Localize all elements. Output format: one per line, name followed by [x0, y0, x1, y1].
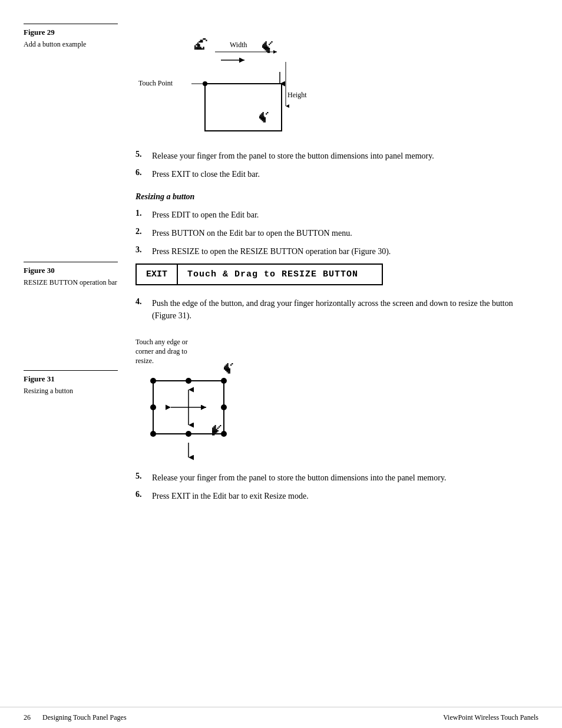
- svg-rect-32: [270, 42, 271, 44]
- svg-rect-78: [212, 434, 214, 435]
- svg-rect-39: [259, 117, 266, 118]
- resize-step-3-text: Press RESIZE to open the RESIZE BUTTON o…: [152, 245, 391, 258]
- svg-rect-9: [196, 44, 197, 45]
- svg-rect-75: [212, 430, 219, 431]
- svg-rect-73: [212, 427, 216, 429]
- step-5-after-text: Release your finger from the panel to st…: [152, 472, 446, 484]
- svg-rect-65: [224, 368, 230, 370]
- page-number: 26: [24, 713, 31, 722]
- step-5-after-num: 5.: [135, 472, 152, 481]
- resize-step-3: 3. Press RESIZE to open the RESIZE BUTTO…: [135, 245, 533, 258]
- figure29-label: Figure 29: [24, 24, 118, 37]
- figure31-label: Figure 31: [24, 370, 118, 384]
- resize-step-4: 4. Push the edge of the button, and drag…: [135, 297, 533, 322]
- resize-step-1: 1. Press EDIT to open the Edit bar.: [135, 209, 533, 221]
- figure29-block: Figure 29 Add a button example: [24, 24, 118, 50]
- svg-rect-79: [217, 427, 219, 429]
- svg-rect-16: [197, 44, 200, 47]
- figure31-desc: Resizing a button: [24, 386, 118, 396]
- svg-rect-20: [203, 47, 204, 50]
- svg-rect-42: [263, 121, 266, 122]
- resize-step-2-text: Press BUTTON on the Edit bar to open the…: [152, 227, 352, 239]
- op-text: Touch & Drag to RESIZE BUTTON: [178, 265, 368, 284]
- svg-rect-38: [259, 116, 265, 117]
- svg-rect-63: [224, 365, 229, 367]
- step-5-after: 5. Release your finger from the panel to…: [135, 472, 533, 484]
- svg-rect-80: [219, 426, 220, 427]
- steps-after-resize: 5. Release your finger from the panel to…: [135, 472, 533, 502]
- step-6-before-num: 6.: [135, 168, 152, 177]
- svg-text:Width: Width: [230, 41, 247, 49]
- steps-before-resize: 5. Release your finger from the panel to…: [135, 150, 533, 180]
- svg-rect-15: [206, 39, 207, 41]
- svg-rect-11: [199, 41, 201, 42]
- svg-rect-43: [266, 113, 267, 114]
- svg-point-56: [221, 431, 227, 437]
- svg-rect-22: [266, 41, 267, 42]
- svg-rect-28: [265, 49, 270, 50]
- figure31-block: Figure 31 Resizing a button: [24, 370, 118, 396]
- step-5-before-num: 5.: [135, 150, 152, 159]
- footer-right-text: ViewPoint Wireless Touch Panels: [443, 713, 538, 722]
- step-6-before-text: Press EXIT to close the Edit bar.: [152, 168, 260, 180]
- resizing-section-title: Resizing a button: [135, 192, 533, 202]
- content-area: Figure 29 Add a button example Figure 30…: [0, 0, 562, 707]
- svg-rect-74: [212, 429, 217, 430]
- figure30-desc: RESIZE BUTTON operation bar: [24, 278, 118, 288]
- svg-text:Touch any edge or: Touch any edge or: [135, 338, 188, 346]
- svg-point-54: [150, 431, 156, 437]
- figure29-svg: Touch Point Width Height: [135, 29, 336, 141]
- svg-rect-3: [205, 84, 282, 131]
- svg-rect-76: [212, 431, 217, 433]
- figure29-desc: Add a button example: [24, 39, 118, 50]
- svg-rect-31: [269, 44, 270, 45]
- svg-text:Height: Height: [287, 91, 307, 99]
- svg-rect-44: [267, 112, 268, 113]
- resize-step-4-text: Push the edge of the button, and drag yo…: [152, 297, 533, 322]
- svg-point-52: [150, 404, 156, 410]
- step-6-before: 6. Press EXIT to close the Edit bar.: [135, 168, 533, 180]
- svg-rect-40: [260, 118, 266, 120]
- svg-point-51: [221, 378, 227, 384]
- svg-point-53: [221, 404, 227, 410]
- resize-step-1-text: Press EDIT to open the Edit bar.: [152, 209, 259, 221]
- operation-bar: EXIT Touch & Drag to RESIZE BUTTON: [135, 263, 383, 285]
- page: Figure 29 Add a button example Figure 30…: [0, 0, 562, 728]
- svg-text:resize.: resize.: [135, 357, 154, 365]
- svg-rect-41: [262, 120, 266, 121]
- svg-rect-67: [226, 371, 230, 372]
- right-column: Touch Point Width Height: [130, 24, 562, 671]
- svg-point-50: [186, 378, 191, 384]
- svg-rect-24: [263, 44, 267, 45]
- figure30-block: Figure 30 RESIZE BUTTON operation bar: [24, 262, 118, 288]
- svg-text:corner and drag to: corner and drag to: [135, 347, 187, 355]
- svg-rect-81: [220, 425, 221, 426]
- resize-step-2-num: 2.: [135, 227, 152, 236]
- svg-rect-8: [194, 45, 196, 47]
- svg-point-55: [186, 431, 191, 437]
- svg-rect-25: [262, 45, 267, 47]
- svg-rect-19: [196, 48, 203, 50]
- figure29-diagram: Touch Point Width Height: [135, 29, 533, 144]
- op-exit: EXIT: [137, 265, 178, 284]
- page-footer: 26 Designing Touch Panel Pages ViewPoint…: [0, 707, 562, 728]
- svg-rect-33: [271, 41, 272, 42]
- step-6-after-text: Press EXIT in the Edit bar to exit Resiz…: [152, 490, 309, 502]
- svg-rect-27: [263, 48, 270, 49]
- svg-rect-23: [264, 42, 266, 44]
- svg-rect-10: [197, 42, 199, 44]
- footer-left-text: Designing Touch Panel Pages: [42, 713, 127, 722]
- svg-rect-66: [225, 370, 230, 371]
- svg-rect-61: [227, 363, 229, 364]
- resize-step-3-num: 3.: [135, 245, 152, 255]
- figure30-label: Figure 30: [24, 262, 118, 275]
- resize-step-2: 2. Press BUTTON on the Edit bar to open …: [135, 227, 533, 239]
- svg-rect-70: [232, 363, 233, 364]
- svg-rect-29: [266, 50, 270, 51]
- svg-rect-37: [260, 114, 264, 116]
- svg-rect-71: [214, 425, 216, 426]
- figure31-diagram: Touch any edge or corner and drag to res…: [135, 334, 533, 466]
- svg-rect-69: [230, 364, 232, 365]
- step-5-before: 5. Release your finger from the panel to…: [135, 150, 533, 162]
- resize-step-1-num: 1.: [135, 209, 152, 218]
